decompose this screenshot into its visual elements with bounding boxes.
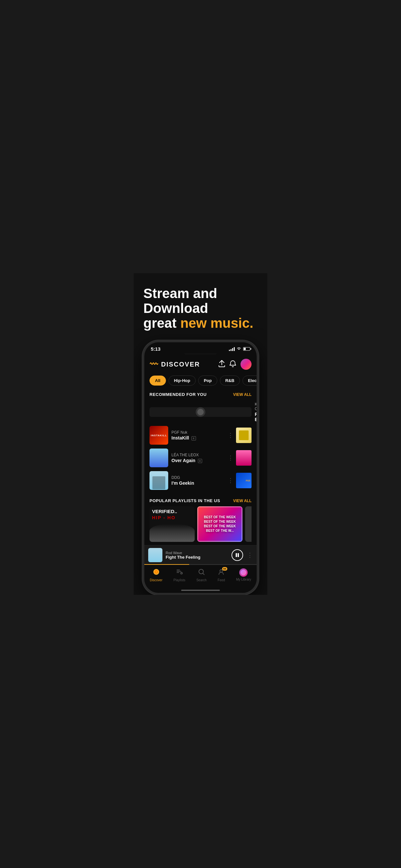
filter-chip-electronic[interactable]: Electronic <box>243 376 257 385</box>
track-item-ddg[interactable]: DDG I'm Geekin ⋮ F65 <box>150 469 251 492</box>
user-avatar[interactable] <box>241 359 251 370</box>
header-actions <box>219 359 251 370</box>
hero-line2-highlight: new music. <box>180 315 253 331</box>
feed-icon: 94 <box>218 568 225 578</box>
playlist-subtitle-verified: HIP - HO <box>152 515 192 520</box>
soundwave-icon <box>150 361 158 368</box>
home-indicator <box>181 590 220 591</box>
playlists-icon <box>176 568 183 578</box>
track-title-pgfnuk: InstaKill E <box>172 435 222 440</box>
signal-bar-1 <box>229 350 230 351</box>
discover-icon <box>153 568 160 578</box>
side-thumb-pgfnuk <box>236 428 251 443</box>
track-thumb-ddg <box>150 471 168 490</box>
track-info-pgfnuk: PGF Nuk InstaKill E <box>168 430 225 440</box>
status-bar: 5:13 <box>144 342 257 353</box>
track-item-lea[interactable]: LÉA THE LEOX Over Again E ⋮ <box>150 446 251 469</box>
progress-bar <box>144 564 257 565</box>
now-playing-thumb <box>148 548 162 562</box>
bell-icon[interactable] <box>229 360 236 369</box>
recommended-title: RECOMMENDED FOR YOU <box>150 392 207 397</box>
track-title-kaicash: Rather Be. <box>255 412 257 422</box>
recommended-view-all[interactable]: VIEW ALL <box>233 392 251 397</box>
signal-bars <box>229 347 235 351</box>
signal-bar-3 <box>232 348 233 351</box>
nav-label-discover: Discover <box>150 578 162 582</box>
track-info-kaicash: Kai Ca$h Rather Be. <box>251 402 257 422</box>
nav-label-search: Search <box>196 578 207 582</box>
playlist-card-verified[interactable]: VERIFIED.. HIP - HO <box>150 506 195 542</box>
battery-icon <box>243 347 250 351</box>
progress-fill <box>144 564 189 565</box>
recommended-section: RECOMMENDED FOR YOU VIEW ALL Kai Ca$h <box>144 388 257 494</box>
filter-chip-rnb[interactable]: R&B <box>220 376 240 385</box>
hero-line1: Stream and Download <box>143 286 217 316</box>
phone-inner: 5:13 <box>144 342 257 593</box>
nav-item-library[interactable]: My Library <box>236 568 251 582</box>
nav-label-playlists: Playlists <box>174 578 185 582</box>
pause-button[interactable] <box>232 549 243 561</box>
hero-line2-prefix: great <box>143 315 180 331</box>
now-playing-more[interactable]: ⋮ <box>247 552 253 559</box>
track-title-lea: Over Again E <box>172 458 222 463</box>
search-icon <box>198 568 205 578</box>
nav-item-search[interactable]: Search <box>196 568 207 582</box>
svg-rect-1 <box>238 553 239 557</box>
explicit-badge-lea: E <box>198 459 202 463</box>
phone-frame: 5:13 <box>143 340 258 595</box>
now-playing-controls: ⋮ <box>232 549 253 561</box>
notch <box>184 353 217 355</box>
svg-point-2 <box>156 571 157 572</box>
playlists-title: POPULAR PLAYLISTS IN THE US <box>150 498 220 503</box>
hero-section: Stream and Download great new music. <box>134 273 267 341</box>
playlist-card-third[interactable]: S <box>245 506 251 542</box>
nav-label-library: My Library <box>236 578 251 581</box>
filter-chip-hiphop[interactable]: Hip-Hop <box>168 376 196 385</box>
track-artist-ddg: DDG <box>172 475 222 480</box>
app-title: DISCOVER <box>161 361 200 368</box>
track-thumb-kaicash <box>150 407 251 417</box>
side-thumb-lea <box>236 450 251 466</box>
track-item-pgfnuk[interactable]: INSTAKILL PGF Nuk InstaKill E ⋮ <box>150 424 251 446</box>
track-thumb-pgfnuk: INSTAKILL <box>150 426 168 445</box>
nav-label-feed: Feed <box>218 578 225 582</box>
now-playing-bar[interactable]: Rod Wave Fight The Feeling ⋮ <box>144 545 257 565</box>
nav-item-feed[interactable]: 94 Feed <box>218 568 225 582</box>
signal-bar-2 <box>230 349 232 351</box>
more-icon-pgfnuk[interactable]: ⋮ <box>225 430 236 440</box>
filter-chip-pop[interactable]: Pop <box>198 376 217 385</box>
status-time: 5:13 <box>151 346 160 352</box>
status-icons <box>229 346 250 351</box>
library-icon <box>239 568 248 577</box>
now-playing-info: Rod Wave Fight The Feeling <box>166 551 228 560</box>
filter-bar: All Hip-Hop Pop R&B Electronic <box>144 373 257 388</box>
svg-rect-0 <box>236 553 237 557</box>
now-playing-artist: Rod Wave <box>166 551 228 555</box>
more-icon-lea[interactable]: ⋮ <box>225 453 236 463</box>
track-artist-pgfnuk: PGF Nuk <box>172 430 222 435</box>
track-thumb-lea <box>150 448 168 467</box>
upload-icon[interactable] <box>219 360 225 369</box>
playlist-botw-text: BEST OF THE WEEKBEST OF THE WEEKBEST OF … <box>204 515 236 533</box>
recommended-header: RECOMMENDED FOR YOU VIEW ALL <box>150 392 251 397</box>
app-header: DISCOVER <box>144 356 257 373</box>
nav-item-discover[interactable]: Discover <box>150 568 162 582</box>
svg-rect-3 <box>177 569 180 570</box>
track-artist-lea: LÉA THE LEOX <box>172 453 222 457</box>
nav-item-playlists[interactable]: Playlists <box>174 568 185 582</box>
svg-rect-5 <box>177 572 179 573</box>
playlist-title-verified: VERIFIED.. <box>152 509 192 515</box>
filter-chip-all[interactable]: All <box>150 376 166 385</box>
hero-title: Stream and Download great new music. <box>143 286 258 331</box>
track-item-kaicash[interactable]: Kai Ca$h Rather Be. ⋮ <box>150 400 251 424</box>
now-playing-title: Fight The Feeling <box>166 555 228 560</box>
more-icon-ddg[interactable]: ⋮ <box>225 476 236 485</box>
playlist-card-botw[interactable]: BEST OF THE WEEKBEST OF THE WEEKBEST OF … <box>197 506 243 542</box>
playlists-row: VERIFIED.. HIP - HO BEST OF THE WEEKBEST… <box>150 506 251 545</box>
bottom-nav: Discover Playlists Search <box>144 565 257 588</box>
playlists-section: POPULAR PLAYLISTS IN THE US VIEW ALL VER… <box>144 494 257 545</box>
playlists-view-all[interactable]: VIEW ALL <box>233 499 251 503</box>
track-info-ddg: DDG I'm Geekin <box>168 475 225 486</box>
svg-rect-4 <box>177 571 181 571</box>
svg-point-8 <box>220 569 222 572</box>
